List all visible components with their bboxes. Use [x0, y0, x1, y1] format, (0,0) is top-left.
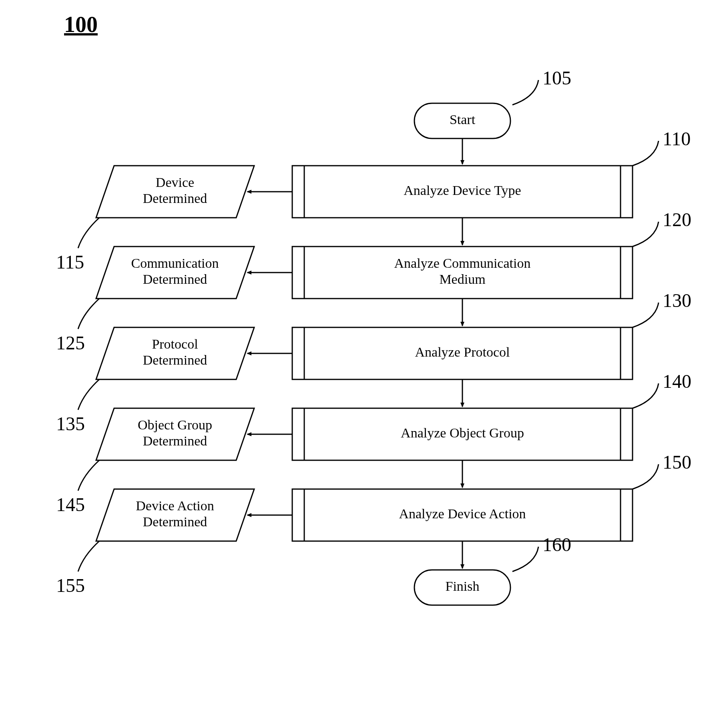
ref-number-115: 115 [56, 251, 84, 273]
data-label-step3-line2: Determined [143, 353, 207, 367]
ref-leader-160 [512, 547, 538, 572]
ref-number-120: 120 [663, 209, 691, 230]
ref-leader-115 [78, 218, 99, 248]
data-label-step4-line2: Determined [143, 433, 207, 448]
process-label-step2-line2: Medium [439, 272, 485, 287]
data-label-step1-line1: Device [156, 175, 194, 190]
data-label-step3-line1: Protocol [152, 337, 198, 351]
ref-number-140: 140 [663, 371, 691, 392]
data-label-step5-line1: Device Action [136, 498, 214, 513]
ref-leader-110 [633, 141, 659, 166]
ref-number-160: 160 [542, 534, 571, 555]
start-label: Start [450, 112, 476, 127]
ref-number-135: 135 [56, 413, 85, 434]
process-label-step4: Analyze Object Group [401, 425, 524, 440]
ref-number-155: 155 [56, 575, 85, 596]
ref-leader-130 [633, 303, 659, 327]
ref-leader-125 [78, 299, 99, 329]
process-label-step2-line1: Analyze Communication [394, 256, 531, 271]
ref-leader-105 [512, 80, 538, 105]
finish-label: Finish [445, 579, 479, 594]
process-label-step1: Analyze Device Type [404, 183, 521, 198]
data-label-step2-line2: Determined [143, 272, 207, 287]
ref-number-110: 110 [663, 128, 691, 149]
ref-number-145: 145 [56, 494, 85, 515]
data-label-step2-line1: Communication [131, 256, 219, 271]
ref-leader-150 [633, 464, 659, 489]
ref-leader-120 [633, 222, 659, 247]
ref-number-125: 125 [56, 332, 85, 353]
ref-leader-140 [633, 383, 659, 408]
ref-number-105: 105 [542, 67, 571, 88]
ref-leader-145 [78, 460, 99, 491]
ref-leader-135 [78, 379, 99, 410]
data-label-step4-line1: Object Group [138, 417, 212, 432]
ref-leader-155 [78, 541, 99, 572]
ref-number-150: 150 [663, 451, 691, 473]
process-label-step5: Analyze Device Action [399, 506, 526, 521]
ref-number-130: 130 [663, 290, 691, 311]
data-label-step1-line2: Determined [143, 191, 207, 206]
figure-reference-number: 100 [64, 12, 98, 37]
process-label-step3: Analyze Protocol [415, 345, 510, 359]
data-label-step5-line2: Determined [143, 514, 207, 529]
